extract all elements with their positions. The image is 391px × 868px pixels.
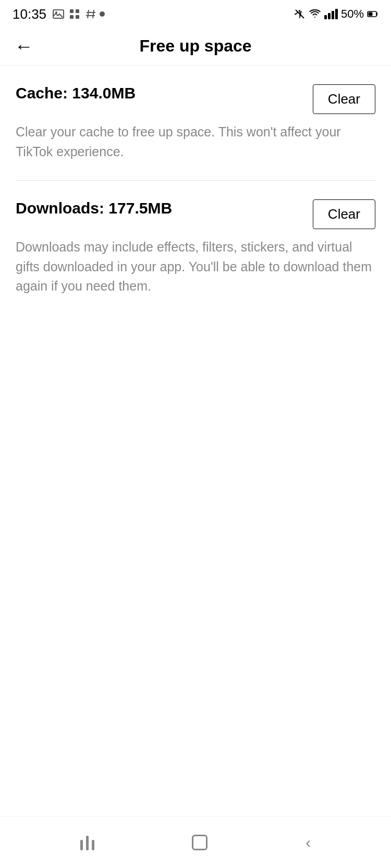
recent-apps-icon: [80, 835, 94, 850]
downloads-row: Downloads: 177.5MB Clear: [16, 199, 375, 229]
recent-apps-button[interactable]: [65, 829, 110, 856]
hash-icon: [85, 8, 96, 20]
clear-downloads-button[interactable]: Clear: [313, 199, 375, 229]
battery-text: 50%: [341, 7, 364, 21]
svg-rect-11: [369, 12, 373, 16]
svg-rect-4: [70, 15, 74, 19]
svg-rect-2: [70, 9, 74, 13]
cache-section: Cache: 134.0MB Clear Clear your cache to…: [0, 66, 391, 180]
status-bar: 10:35: [0, 0, 391, 27]
clear-cache-button[interactable]: Clear: [313, 84, 375, 114]
cache-title: Cache: 134.0MB: [16, 84, 313, 102]
bottom-navigation: ‹: [0, 816, 391, 868]
svg-rect-3: [76, 9, 79, 13]
notification-dot: [100, 11, 105, 17]
cache-description: Clear your cache to free up space. This …: [16, 122, 375, 161]
svg-line-7: [93, 10, 94, 18]
signal-icon: [324, 9, 338, 19]
back-button[interactable]: ←: [13, 35, 35, 58]
status-time: 10:35: [13, 6, 46, 22]
wifi-icon: [309, 9, 321, 19]
back-arrow-icon: ←: [15, 37, 33, 56]
page-header: ← Free up space: [0, 27, 391, 66]
downloads-section: Downloads: 177.5MB Clear Downloads may i…: [0, 181, 391, 315]
svg-rect-5: [76, 15, 79, 19]
svg-line-6: [88, 10, 89, 18]
downloads-description: Downloads may include effects, filters, …: [16, 237, 375, 296]
main-content: Cache: 134.0MB Clear Clear your cache to…: [0, 66, 391, 816]
cache-row: Cache: 134.0MB Clear: [16, 84, 375, 114]
home-button[interactable]: [176, 829, 223, 856]
system-back-icon: ‹: [306, 835, 311, 850]
downloads-title: Downloads: 177.5MB: [16, 199, 313, 217]
status-left: 10:35: [13, 6, 105, 22]
status-right-icons: 50%: [294, 7, 378, 21]
image-icon: [53, 9, 64, 19]
grid-icon: [69, 9, 80, 19]
battery-icon: [367, 10, 378, 18]
page-title: Free up space: [139, 36, 251, 56]
mute-icon: [294, 8, 306, 20]
system-back-button[interactable]: ‹: [290, 829, 326, 856]
home-icon: [192, 835, 207, 850]
